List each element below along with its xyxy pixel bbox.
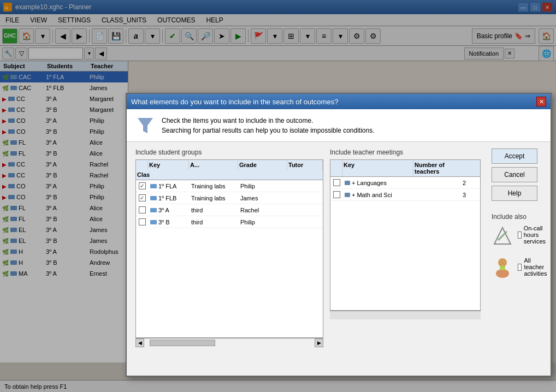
- on-call-item: On-call hours services: [492, 225, 537, 248]
- clas-cell-3: [287, 209, 323, 211]
- teacher-meetings-section: Include teacher meetings Key Number of t…: [330, 149, 481, 347]
- student-row-1: 1º FLA Training labs Philip: [136, 180, 323, 192]
- key-cell-3: 3º A: [148, 206, 189, 215]
- student-checkbox-1[interactable]: [139, 182, 146, 189]
- help-button[interactable]: Help: [492, 186, 537, 201]
- scroll-left-arrow[interactable]: ◀: [135, 338, 144, 347]
- all-teacher-label: All teacher activities: [524, 257, 550, 277]
- cb-cell-2[interactable]: [136, 193, 148, 203]
- on-call-label: On-call hours services: [524, 225, 549, 245]
- modal-right-panel: Accept Cancel Help Include also: [487, 149, 542, 347]
- group-icon-s3: [150, 208, 157, 212]
- key-cell-4: 3º B: [148, 218, 189, 227]
- student-table-header: Key A... Grade Tutor Clas: [136, 160, 323, 180]
- group-icon-s2: [150, 196, 157, 200]
- th-cb: [136, 160, 148, 170]
- modal-title-bar: What elements do you want to include in …: [127, 94, 551, 109]
- teacher-table-header: Key Number of teachers: [330, 160, 480, 177]
- grade-cell-1: Training labs: [189, 182, 238, 191]
- all-teacher-item: All teacher activities: [492, 257, 537, 281]
- student-row-4: 3º B third Philip: [136, 216, 323, 228]
- scroll-right-arrow[interactable]: ▶: [315, 338, 323, 347]
- modal-close-button[interactable]: ✕: [536, 97, 546, 106]
- all-teacher-cb-row: All teacher activities: [518, 257, 550, 277]
- tcount-cell-1: 2: [413, 179, 468, 187]
- teacher-row-1: + Languages 2: [330, 177, 480, 189]
- tth-key: Key: [342, 160, 413, 176]
- key-cell-1: 1º FLA: [148, 182, 189, 191]
- student-groups-section: Include student groups Key A... Grade Tu…: [135, 149, 323, 347]
- teacher-group-icon-1: [345, 181, 350, 185]
- th-a: A...: [189, 160, 238, 170]
- group-icon-s1: [150, 184, 157, 188]
- header-line2: Searching for partial results can help y…: [162, 126, 375, 135]
- teacher-checkbox-2[interactable]: [333, 191, 340, 198]
- student-table-empty: [136, 228, 323, 337]
- th-key: Key: [148, 160, 189, 170]
- svg-point-7: [500, 265, 505, 271]
- cb-cell-4[interactable]: [136, 217, 148, 227]
- tutor-cell-4: Philip: [238, 218, 287, 227]
- all-teacher-icon-container: [492, 257, 513, 281]
- tth-cb: [330, 160, 342, 176]
- teacher-group-icon-2: [345, 193, 350, 197]
- cancel-button[interactable]: Cancel: [492, 167, 537, 182]
- group-icon-s4: [150, 220, 157, 224]
- tutor-cell-2: James: [238, 194, 287, 203]
- funnel-icon: [135, 116, 155, 135]
- clas-cell-1: [287, 185, 323, 187]
- tkey-cell-1: + Languages: [342, 179, 413, 187]
- clas-cell-4: [287, 221, 323, 223]
- on-call-cb-row: On-call hours services: [518, 225, 549, 245]
- grade-cell-2: Training labs: [189, 194, 238, 203]
- modal-title: What elements do you want to include in …: [131, 98, 338, 106]
- modal-header: Check the items you want to include in t…: [127, 109, 551, 142]
- cb-cell-3[interactable]: [136, 205, 148, 215]
- on-call-icon-container: [492, 225, 513, 248]
- modal-body: Include student groups Key A... Grade Tu…: [127, 142, 551, 353]
- tkey-cell-2: + Math and Sci: [342, 191, 413, 199]
- scroll-track[interactable]: [144, 338, 315, 347]
- student-checkbox-3[interactable]: [139, 206, 146, 213]
- student-groups-title: Include student groups: [135, 149, 323, 156]
- svg-marker-2: [138, 118, 153, 133]
- accept-button[interactable]: Accept: [492, 149, 537, 164]
- tth-count: Number of teachers: [413, 160, 468, 176]
- student-table-scrollbar[interactable]: ◀ ▶: [135, 338, 323, 347]
- th-grade: Grade: [238, 160, 287, 170]
- on-call-label-area: On-call hours services: [518, 225, 549, 245]
- tkey-label-2: Math and Sci: [357, 192, 392, 198]
- student-groups-table: Key A... Grade Tutor Clas: [135, 159, 323, 338]
- key-label-s3: 3º A: [158, 207, 169, 213]
- teacher-meetings-table: Key Number of teachers + Languages: [330, 159, 481, 311]
- tkey-label-1: Languages: [357, 180, 386, 186]
- key-label-s1: 1º FLA: [158, 183, 176, 189]
- all-teacher-label-area: All teacher activities: [518, 257, 550, 277]
- on-call-checkbox[interactable]: [518, 231, 522, 239]
- include-also-section: Include also On-call hours: [492, 213, 537, 289]
- modal-overlay: What elements do you want to include in …: [0, 0, 556, 392]
- tcb-cell-2[interactable]: [330, 190, 342, 199]
- cb-cell-1[interactable]: [136, 181, 148, 191]
- scroll-thumb[interactable]: [150, 340, 215, 346]
- teacher-table-empty: [330, 201, 480, 310]
- on-call-icon: [492, 225, 513, 247]
- teacher-checkbox-1[interactable]: [333, 179, 340, 186]
- modal-header-text: Check the items you want to include in t…: [162, 116, 375, 135]
- th-clas: Clas: [136, 170, 148, 180]
- tcount-cell-2: 3: [413, 191, 468, 199]
- key-cell-2: 1º FLB: [148, 194, 189, 203]
- teacher-meetings-title: Include teacher meetings: [330, 149, 481, 156]
- teacher-table-scrollbar[interactable]: [330, 311, 481, 319]
- teacher-row-2: + Math and Sci 3: [330, 189, 480, 201]
- all-teacher-checkbox[interactable]: [518, 264, 522, 271]
- student-checkbox-4[interactable]: [139, 218, 146, 225]
- student-row-2: 1º FLB Training labs James: [136, 192, 323, 204]
- funnel-icon-container: [135, 116, 155, 135]
- clas-cell-2: [287, 197, 323, 199]
- grade-cell-4: third: [189, 218, 238, 227]
- modal-dialog: What elements do you want to include in …: [126, 93, 552, 377]
- tcb-cell-1[interactable]: [330, 178, 342, 187]
- key-label-s2: 1º FLB: [158, 195, 176, 201]
- student-checkbox-2[interactable]: [139, 194, 146, 201]
